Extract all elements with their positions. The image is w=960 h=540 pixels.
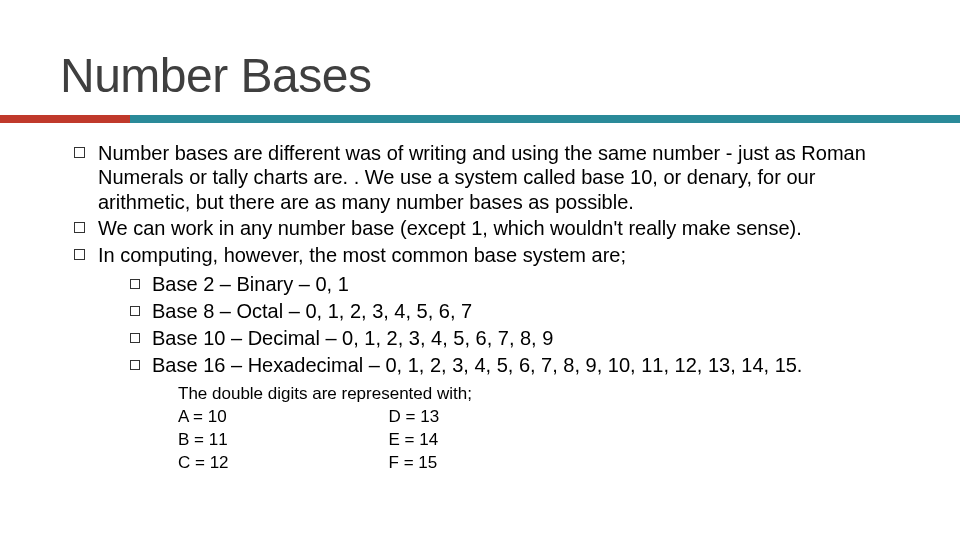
sub-bullet-2: Base 8 – Octal – 0, 1, 2, 3, 4, 5, 6, 7 [126, 298, 900, 325]
note-col-1: A = 10 B = 11 C = 12 [178, 406, 229, 475]
map-d: D = 13 [389, 406, 440, 429]
map-c: C = 12 [178, 452, 229, 475]
rule-accent-red [0, 115, 130, 123]
content-area: Number bases are different was of writin… [60, 141, 900, 475]
sub-bullet-4: Base 16 – Hexadecimal – 0, 1, 2, 3, 4, 5… [126, 352, 900, 379]
note-col-2: D = 13 E = 14 F = 15 [389, 406, 440, 475]
map-a: A = 10 [178, 406, 229, 429]
slide: Number Bases Number bases are different … [0, 0, 960, 475]
note-columns: A = 10 B = 11 C = 12 D = 13 E = 14 F = 1… [178, 406, 900, 475]
main-bullets: Number bases are different was of writin… [70, 141, 900, 475]
map-b: B = 11 [178, 429, 229, 452]
page-title: Number Bases [60, 48, 900, 103]
rule-accent-teal [130, 115, 960, 123]
map-e: E = 14 [389, 429, 440, 452]
bullet-3: In computing, however, the most common b… [70, 243, 900, 475]
map-f: F = 15 [389, 452, 440, 475]
sub-bullet-1: Base 2 – Binary – 0, 1 [126, 271, 900, 298]
title-rule [0, 115, 960, 123]
sub-bullet-3: Base 10 – Decimal – 0, 1, 2, 3, 4, 5, 6,… [126, 325, 900, 352]
sub-bullets: Base 2 – Binary – 0, 1 Base 8 – Octal – … [98, 271, 900, 379]
bullet-3-text: In computing, however, the most common b… [98, 244, 626, 266]
note-block: The double digits are represented with; … [98, 383, 900, 475]
note-heading: The double digits are represented with; [178, 383, 900, 406]
bullet-2: We can work in any number base (except 1… [70, 216, 900, 240]
bullet-1: Number bases are different was of writin… [70, 141, 900, 214]
